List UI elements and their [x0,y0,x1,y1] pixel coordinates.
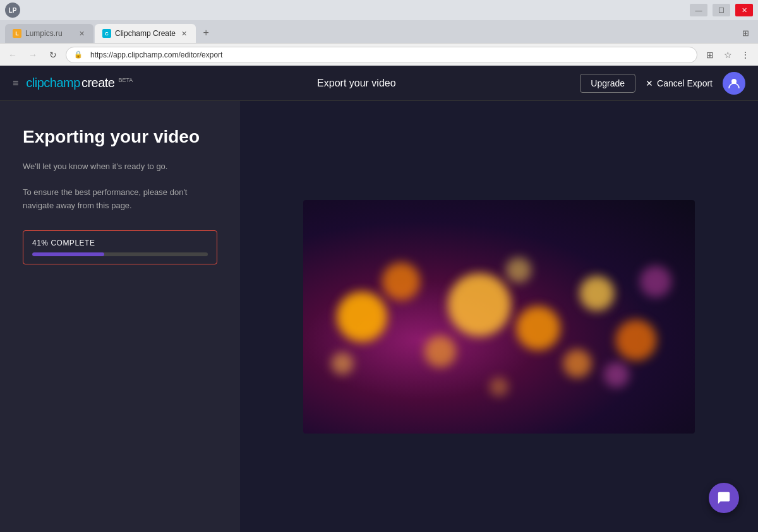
tab-clipchamp[interactable]: C Clipchamp Create ✕ [95,24,196,43]
url-bar[interactable]: 🔒 https://app.clipchamp.com/editor/expor… [66,47,697,63]
video-preview [303,200,695,434]
progress-complete-word: COMPLETE [51,239,95,247]
progress-label: 41% COMPLETE [32,239,208,247]
lumpics-favicon: L [13,29,21,38]
cancel-icon: ✕ [646,78,653,88]
bokeh-circle [337,292,387,342]
progress-container: 41% COMPLETE [23,230,217,264]
logo-area: clipchamp create BETA [26,76,133,90]
bookmark-button[interactable]: ☆ [720,47,735,62]
maximize-button[interactable]: ☐ [713,4,730,16]
bokeh-circle [563,349,592,377]
desc-line2: To ensure the best performance, please d… [23,186,217,213]
hamburger-icon[interactable]: ≡ [13,78,18,89]
bokeh-circle [506,257,531,283]
minimize-button[interactable]: — [690,4,707,16]
bokeh-circle [332,352,354,374]
tabs-bar: L Lumpics.ru ✕ C Clipchamp Create ✕ + ⊞ [0,20,758,43]
lock-icon: 🔒 [74,50,83,59]
address-bar: ← → ↻ 🔒 https://app.clipchamp.com/editor… [0,43,758,66]
chat-fab-button[interactable] [709,483,739,513]
back-button[interactable]: ← [5,47,20,62]
cancel-export-button[interactable]: ✕ Cancel Export [646,78,713,88]
bokeh-circle [580,276,615,310]
title-bar: LP — ☐ ✕ [0,0,758,20]
export-title: Exporting your video [23,126,217,148]
right-panel [240,101,758,532]
progress-bar-fill [32,252,104,256]
tab-clipchamp-close[interactable]: ✕ [179,29,188,38]
logo-beta: BETA [118,77,133,83]
bokeh-circle [424,336,456,367]
close-button[interactable]: ✕ [735,4,753,16]
bokeh-circle [516,306,560,350]
tab-strip-action[interactable]: ⊞ [738,25,753,40]
main-content: Exporting your video We'll let you know … [0,101,758,532]
tab-lumpics-label: Lumpics.ru [25,29,63,38]
tab-lumpics[interactable]: L Lumpics.ru ✕ [5,24,93,43]
reload-button[interactable]: ↻ [45,47,61,62]
title-bar-user: LP [5,3,20,18]
tab-clipchamp-label: Clipchamp Create [115,29,176,38]
bokeh-circle [382,263,420,300]
logo-create: create [81,76,115,90]
header-actions: Upgrade ✕ Cancel Export [580,72,745,95]
progress-percent: 41% [32,239,49,247]
export-description: We'll let you know when it's ready to go… [23,160,217,213]
bokeh-circle [640,266,671,297]
url-text: https://app.clipchamp.com/editor/export [90,50,222,59]
more-button[interactable]: ⋮ [738,47,753,62]
bokeh-circle [490,377,508,396]
new-tab-button[interactable]: + [197,24,215,42]
page-title: Export your video [133,78,580,89]
bokeh-circle [616,319,657,360]
bokeh-circle [448,273,511,336]
logo-clipchamp: clipchamp [26,76,80,90]
clipchamp-favicon: C [102,29,111,38]
desc-line1: We'll let you know when it's ready to go… [23,160,217,174]
tab-lumpics-close[interactable]: ✕ [77,29,86,38]
translate-button[interactable]: ⊞ [702,47,718,62]
app-header: ≡ clipchamp create BETA Export your vide… [0,66,758,101]
bokeh-circle [604,362,629,387]
app-container: ≡ clipchamp create BETA Export your vide… [0,66,758,532]
user-avatar[interactable] [723,72,745,95]
upgrade-button[interactable]: Upgrade [580,74,635,93]
left-panel: Exporting your video We'll let you know … [0,101,240,532]
video-bokeh [303,200,695,434]
forward-button[interactable]: → [25,47,40,62]
progress-bar-track [32,252,208,256]
cancel-export-label: Cancel Export [657,78,713,88]
